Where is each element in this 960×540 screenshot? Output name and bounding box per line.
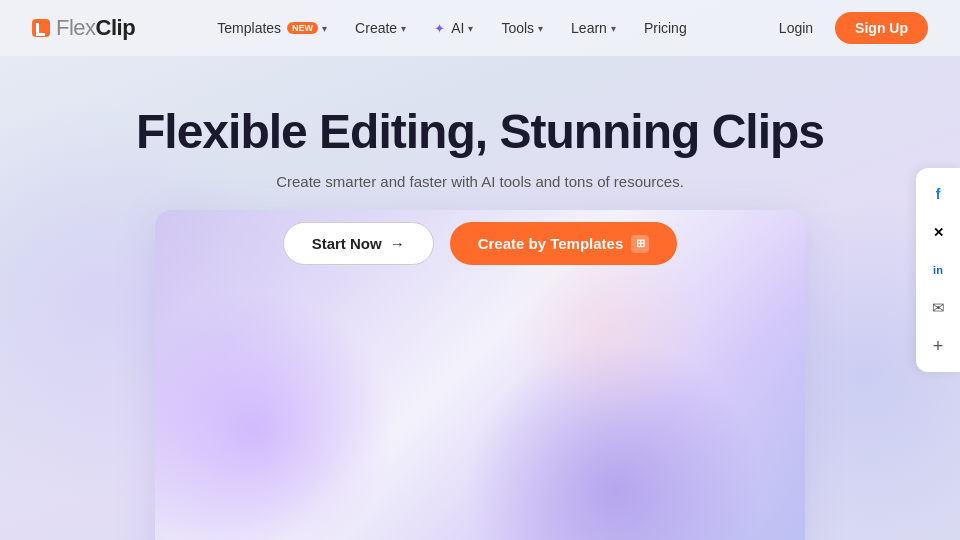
logo-flex-part: Flex — [56, 15, 96, 40]
nav-create-label: Create — [355, 20, 397, 36]
nav-item-learn[interactable]: Learn ▾ — [571, 20, 616, 36]
nav-item-templates[interactable]: Templates NEW ▾ — [217, 20, 327, 36]
more-share-button[interactable]: + — [920, 328, 956, 364]
hero-section: Flexible Editing, Stunning Clips Create … — [0, 56, 960, 265]
nav-item-tools[interactable]: Tools ▾ — [501, 20, 543, 36]
create-templates-label: Create by Templates — [478, 235, 624, 252]
nav-templates-label: Templates — [217, 20, 281, 36]
logo-icon — [32, 19, 50, 37]
chevron-down-icon: ▾ — [322, 23, 327, 34]
nav-right: Login Sign Up — [769, 12, 928, 44]
nav-item-ai[interactable]: ✦ AI ▾ — [434, 20, 473, 36]
nav-learn-label: Learn — [571, 20, 607, 36]
nav-center: Templates NEW ▾ Create ▾ ✦ AI ▾ Tools ▾ … — [217, 20, 686, 36]
nav-item-create[interactable]: Create ▾ — [355, 20, 406, 36]
linkedin-share-button[interactable]: in — [920, 252, 956, 288]
social-sidebar: f ✕ in ✉ + — [916, 168, 960, 372]
facebook-share-button[interactable]: f — [920, 176, 956, 212]
start-now-label: Start Now — [312, 235, 382, 252]
login-button[interactable]: Login — [769, 14, 823, 42]
nav-ai-label: AI — [451, 20, 464, 36]
email-share-button[interactable]: ✉ — [920, 290, 956, 326]
chevron-down-icon: ▾ — [538, 23, 543, 34]
hero-title: Flexible Editing, Stunning Clips — [0, 104, 960, 159]
chevron-down-icon: ▾ — [401, 23, 406, 34]
signup-button[interactable]: Sign Up — [835, 12, 928, 44]
navbar: FlexClip Templates NEW ▾ Create ▾ ✦ AI ▾… — [0, 0, 960, 56]
chevron-down-icon: ▾ — [468, 23, 473, 34]
preview-blob-1 — [155, 290, 395, 540]
create-templates-button[interactable]: Create by Templates ⊞ — [450, 222, 678, 265]
twitter-share-button[interactable]: ✕ — [920, 214, 956, 250]
nav-templates-badge: NEW — [287, 22, 318, 34]
nav-item-pricing[interactable]: Pricing — [644, 20, 687, 36]
nav-pricing-label: Pricing — [644, 20, 687, 36]
plus-icon: + — [933, 336, 944, 357]
facebook-icon: f — [936, 186, 941, 202]
logo[interactable]: FlexClip — [32, 15, 135, 41]
ai-sparkle-icon: ✦ — [434, 21, 445, 36]
logo-clip-part: Clip — [96, 15, 136, 40]
hero-subtitle: Create smarter and faster with AI tools … — [0, 173, 960, 190]
template-grid-icon: ⊞ — [631, 235, 649, 253]
hero-buttons: Start Now → Create by Templates ⊞ — [0, 222, 960, 265]
chevron-down-icon: ▾ — [611, 23, 616, 34]
twitter-x-icon: ✕ — [933, 225, 944, 240]
email-icon: ✉ — [932, 299, 945, 317]
logo-text: FlexClip — [56, 15, 135, 41]
linkedin-icon: in — [933, 264, 943, 276]
nav-tools-label: Tools — [501, 20, 534, 36]
start-now-button[interactable]: Start Now → — [283, 222, 434, 265]
arrow-right-icon: → — [390, 235, 405, 252]
